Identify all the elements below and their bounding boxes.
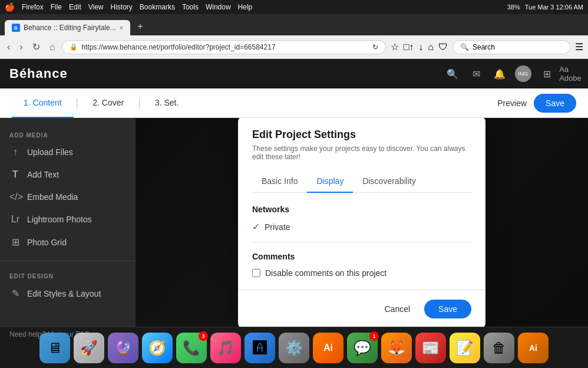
dock-launchpad[interactable]: 🚀 — [74, 333, 104, 363]
battery-indicator: 38% — [507, 4, 520, 11]
back-button[interactable]: ‹ — [5, 40, 12, 55]
text-icon: T — [9, 169, 21, 180]
step-settings[interactable]: 3. Set. — [143, 88, 190, 118]
menu-help[interactable]: Help — [238, 3, 253, 11]
preview-button[interactable]: Preview — [497, 98, 527, 108]
share-icon[interactable]: □↑ — [404, 42, 414, 52]
behance-grid-icon[interactable]: ⊞ — [539, 65, 555, 82]
modal-footer: Cancel Save — [238, 290, 485, 327]
tab-close-button[interactable]: × — [120, 24, 123, 31]
menu-window[interactable]: Window — [206, 3, 231, 11]
disable-comments-row: Disable comments on this project — [252, 268, 471, 278]
tab-label: Behance :: Editing Fairytale... — [24, 24, 116, 32]
dock-illustrator[interactable]: Ai — [313, 333, 343, 363]
upload-icon: ↑ — [9, 147, 21, 157]
embed-icon: </> — [9, 192, 21, 202]
sidebar-item-upload[interactable]: ↑ Upload Files — [0, 141, 136, 163]
dock-appstore[interactable]: 🅰 — [245, 333, 275, 363]
sidebar-upload-label: Upload Files — [27, 147, 73, 157]
dock-finder[interactable]: 🖥 — [39, 333, 70, 363]
styles-icon: ✎ — [9, 288, 21, 299]
modal-cancel-button[interactable]: Cancel — [377, 300, 417, 318]
sidebar-item-grid[interactable]: ⊞ Photo Grid — [0, 231, 136, 254]
url-bar[interactable]: 🔒 https://www.behance.net/portfolio/edit… — [62, 40, 385, 54]
modal-tabs: Basic Info Display Discoverability — [252, 170, 471, 193]
behance-logo[interactable]: Béhance — [9, 66, 68, 81]
dock-firefox[interactable]: 🦊 — [381, 333, 412, 363]
grid-icon: ⊞ — [9, 236, 21, 248]
menu-history[interactable]: History — [111, 3, 133, 11]
dock-facetime[interactable]: 📞 3 — [176, 333, 207, 363]
dock-music[interactable]: 🎵 — [210, 333, 241, 363]
menu-tools[interactable]: Tools — [182, 3, 199, 11]
browser-address-bar: ‹ › ↻ ⌂ 🔒 https://www.behance.net/portfo… — [0, 35, 588, 59]
dock-whatsapp[interactable]: 💬 1 — [347, 333, 378, 363]
sidebar-divider — [0, 261, 136, 261]
dock-settings[interactable]: ⚙️ — [279, 333, 309, 363]
shield-icon[interactable]: 🛡 — [438, 42, 448, 52]
facetime-badge: 3 — [199, 331, 208, 341]
step-cover[interactable]: 2. Cover — [81, 88, 136, 118]
step-navigation-bar: 1. Content | 2. Cover | 3. Set. Preview … — [0, 88, 588, 118]
behance-search-icon[interactable]: 🔍 — [444, 65, 461, 82]
browser-search-bar[interactable]: 🔍 Search — [452, 40, 570, 54]
apple-icon[interactable]: 🍎 — [5, 2, 15, 12]
dock-siri[interactable]: 🔮 — [108, 333, 138, 363]
behance-nav-right: 🔍 ✉ 🔔 IMG ⊞ Aa Adobe — [444, 65, 579, 82]
sidebar: ADD MEDIA ↑ Upload Files T Add Text </> … — [0, 118, 136, 327]
modal-save-button[interactable]: Save — [424, 300, 471, 318]
tab-discoverability[interactable]: Discoverability — [353, 170, 425, 193]
datetime-display: Tue Mar 3 12:06 AM — [525, 4, 583, 11]
sidebar-item-lightroom[interactable]: Lr Lightroom Photos — [0, 208, 136, 231]
home-nav-icon[interactable]: ⌂ — [428, 42, 434, 52]
sidebar-item-embed[interactable]: </> Embed Media — [0, 186, 136, 208]
disable-comments-checkbox[interactable] — [252, 269, 260, 277]
sidebar-lightroom-label: Lightroom Photos — [27, 215, 92, 224]
dock-notes[interactable]: 📝 — [450, 333, 480, 363]
bookmark-icon[interactable]: ☆ — [391, 41, 399, 52]
forward-button[interactable]: › — [17, 40, 25, 55]
step-bar-left: 1. Content | 2. Cover | 3. Set. — [12, 88, 190, 118]
sidebar-item-styles[interactable]: ✎ Edit Styles & Layout — [0, 282, 136, 305]
disable-comments-label: Disable comments on this project — [265, 268, 387, 278]
sidebar-edit-design-label: EDIT DESIGN — [0, 268, 136, 282]
tab-display[interactable]: Display — [307, 170, 353, 193]
home-button[interactable]: ⌂ — [47, 40, 58, 55]
edit-project-settings-modal: Edit Project Settings These settings mak… — [238, 118, 485, 327]
menu-view[interactable]: View — [88, 3, 104, 11]
behance-bell-icon[interactable]: 🔔 — [491, 65, 508, 82]
sidebar-add-media-label: ADD MEDIA — [0, 127, 136, 141]
sidebar-grid-label: Photo Grid — [27, 238, 67, 247]
download-icon[interactable]: ↓ — [418, 42, 423, 52]
modal-header: Edit Project Settings These settings mak… — [238, 118, 485, 193]
dock-adobe-illustrator-small[interactable]: Ai — [518, 333, 549, 363]
dock-trash[interactable]: 🗑 — [484, 333, 514, 363]
menu-edit[interactable]: Edit — [69, 3, 81, 11]
step-bar-right: Preview Save — [497, 94, 576, 113]
macos-menu-right: 38% Tue Mar 3 12:06 AM — [507, 4, 583, 11]
macos-menu-bar: 🍎 Firefox File Edit View History Bookmar… — [0, 0, 588, 14]
active-tab[interactable]: B Behance :: Editing Fairytale... × — [5, 20, 130, 35]
adobe-link[interactable]: Aa Adobe — [562, 65, 579, 82]
macos-menu-left: 🍎 Firefox File Edit View History Bookmar… — [5, 2, 252, 12]
sidebar-embed-label: Embed Media — [27, 192, 78, 202]
step-content[interactable]: 1. Content — [12, 88, 74, 118]
modal-subtitle: These settings make your projects easy t… — [252, 144, 471, 161]
refresh-icon[interactable]: ↻ — [372, 43, 378, 51]
menu-bookmarks[interactable]: Bookmarks — [140, 3, 175, 11]
whatsapp-badge: 1 — [369, 331, 379, 341]
behance-mail-icon[interactable]: ✉ — [468, 65, 484, 82]
menu-icon[interactable]: ☰ — [575, 41, 583, 52]
menu-file[interactable]: File — [51, 3, 62, 11]
new-tab-button[interactable]: + — [133, 18, 147, 35]
reload-button[interactable]: ↻ — [30, 39, 42, 55]
menu-firefox[interactable]: Firefox — [22, 3, 44, 11]
dock-safari[interactable]: 🧭 — [142, 333, 173, 363]
tab-basic-info[interactable]: Basic Info — [252, 170, 307, 193]
header-save-button[interactable]: Save — [534, 94, 576, 113]
private-check-icon: ✓ — [252, 221, 260, 232]
dock-news[interactable]: 📰 — [415, 333, 446, 363]
behance-avatar[interactable]: IMG — [515, 65, 531, 82]
search-placeholder: Search — [473, 43, 495, 51]
sidebar-item-text[interactable]: T Add Text — [0, 163, 136, 186]
